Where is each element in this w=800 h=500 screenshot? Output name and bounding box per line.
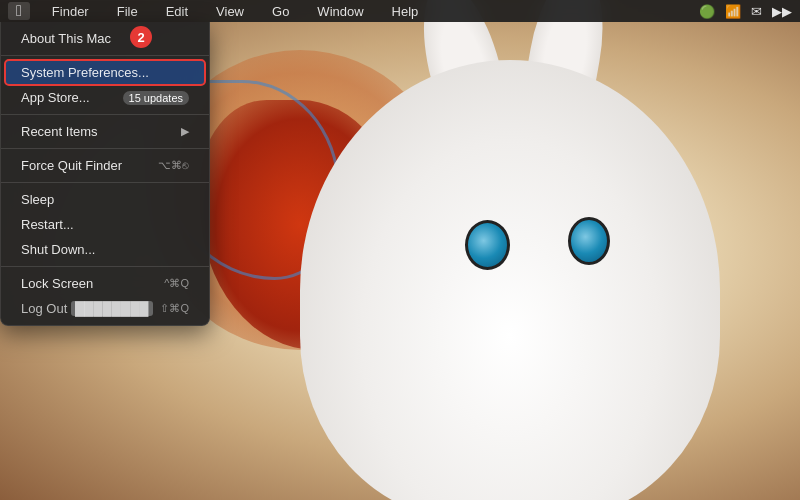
menu-separator-2 [1, 114, 209, 115]
menubar-view[interactable]: View [210, 2, 250, 21]
media-icon: ▶▶ [772, 4, 792, 19]
sleep-label: Sleep [21, 192, 54, 207]
menu-item-sleep[interactable]: Sleep [5, 187, 205, 212]
log-out-shortcut: ⇧⌘Q [160, 302, 189, 315]
recent-items-arrow: ▶ [181, 125, 189, 138]
annotation-badge-2: 2 [130, 26, 152, 48]
menu-separator-4 [1, 182, 209, 183]
force-quit-label: Force Quit Finder [21, 158, 122, 173]
menubar-edit[interactable]: Edit [160, 2, 194, 21]
bunny-body [300, 60, 720, 500]
menubar-help[interactable]: Help [386, 2, 425, 21]
shutdown-label: Shut Down... [21, 242, 95, 257]
menu-item-shutdown[interactable]: Shut Down... [5, 237, 205, 262]
force-quit-shortcut: ⌥⌘⎋ [158, 159, 189, 172]
log-out-label: Log Out ████████ [21, 301, 153, 316]
apple-dropdown-menu: About This Mac System Preferences... App… [0, 22, 210, 326]
mail-icon: ✉ [751, 4, 762, 19]
menubar-window[interactable]: Window [311, 2, 369, 21]
recent-items-label: Recent Items [21, 124, 98, 139]
app-store-badge: 15 updates [123, 91, 189, 105]
menu-separator-3 [1, 148, 209, 149]
menubar-file[interactable]: File [111, 2, 144, 21]
status-icon-wifi: 📶 [725, 4, 741, 19]
status-icon-green: 🟢 [699, 4, 715, 19]
menu-separator-1 [1, 55, 209, 56]
menubar-finder[interactable]: Finder [46, 2, 95, 21]
menu-item-lock-screen[interactable]: Lock Screen ^⌘Q [5, 271, 205, 296]
menu-item-recent-items[interactable]: Recent Items ▶ [5, 119, 205, 144]
lock-screen-label: Lock Screen [21, 276, 93, 291]
menu-separator-5 [1, 266, 209, 267]
about-label: About This Mac [21, 31, 111, 46]
bunny-eye-right [568, 217, 610, 265]
menubar-right: 🟢 📶 ✉ ▶▶ [699, 4, 792, 19]
menubar-left:  Finder File Edit View Go Window Help [8, 2, 424, 21]
apple-menu-button[interactable]:  [8, 2, 30, 20]
restart-label: Restart... [21, 217, 74, 232]
menubar-go[interactable]: Go [266, 2, 295, 21]
menu-item-log-out[interactable]: Log Out ████████ ⇧⌘Q [5, 296, 205, 321]
menu-item-system-prefs[interactable]: System Preferences... [5, 60, 205, 85]
menubar:  Finder File Edit View Go Window Help 🟢… [0, 0, 800, 22]
menu-item-restart[interactable]: Restart... [5, 212, 205, 237]
menu-item-about[interactable]: About This Mac [5, 26, 205, 51]
lock-screen-shortcut: ^⌘Q [164, 277, 189, 290]
menu-item-app-store[interactable]: App Store... 15 updates [5, 85, 205, 110]
app-store-label: App Store... [21, 90, 90, 105]
system-prefs-label: System Preferences... [21, 65, 149, 80]
bunny-eye-left [465, 220, 510, 270]
menu-item-force-quit[interactable]: Force Quit Finder ⌥⌘⎋ [5, 153, 205, 178]
